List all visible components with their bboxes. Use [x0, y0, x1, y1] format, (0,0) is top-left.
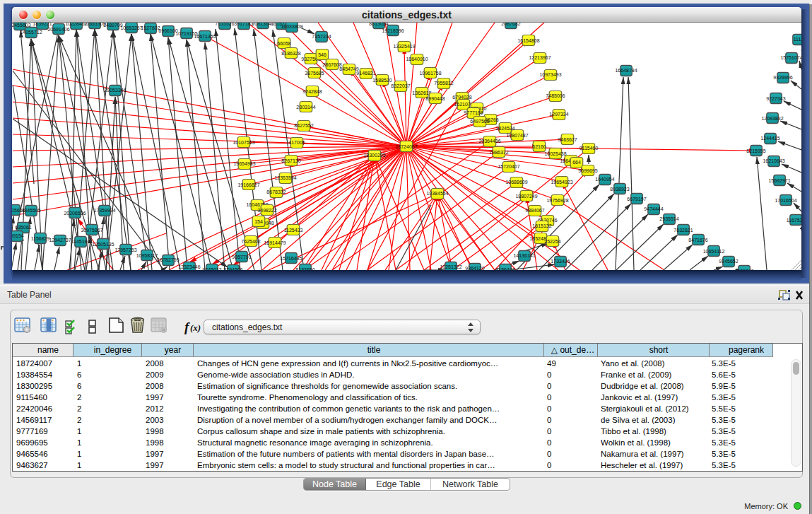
svg-text:10654112: 10654112: [703, 249, 725, 254]
svg-text:16782759: 16782759: [157, 257, 179, 262]
svg-text:9463627: 9463627: [558, 137, 577, 142]
svg-text:7485006: 7485006: [546, 93, 565, 98]
svg-text:10107553: 10107553: [233, 140, 254, 145]
svg-text:14055712: 14055712: [20, 30, 42, 35]
svg-text:10961758: 10961758: [419, 71, 441, 76]
svg-text:6679197: 6679197: [627, 197, 646, 201]
svg-text:10653309: 10653309: [83, 23, 105, 26]
svg-text:1244415: 1244415: [760, 136, 779, 141]
svg-text:154: 154: [254, 219, 263, 224]
svg-text:(x): (x): [190, 322, 201, 333]
svg-text:10973493: 10973493: [539, 72, 561, 77]
svg-text:9345505: 9345505: [21, 208, 40, 213]
svg-text:19218596: 19218596: [382, 28, 404, 33]
svg-text:8215955: 8215955: [746, 148, 765, 153]
svg-text:3498222: 3498222: [257, 208, 276, 213]
svg-text:8427552: 8427552: [294, 123, 313, 128]
svg-text:14136141: 14136141: [513, 253, 535, 258]
svg-text:8938923: 8938923: [610, 187, 629, 192]
svg-text:17359934: 17359934: [93, 208, 115, 213]
svg-text:1080748: 1080748: [734, 269, 753, 270]
svg-text:6497568: 6497568: [470, 119, 489, 124]
svg-text:10807487: 10807487: [506, 133, 528, 138]
svg-text:3875685: 3875685: [305, 71, 324, 76]
svg-text:12323446: 12323446: [178, 264, 200, 269]
svg-text:9474444: 9474444: [644, 206, 663, 211]
svg-text:10251322: 10251322: [440, 264, 461, 269]
svg-text:9245012: 9245012: [202, 267, 221, 270]
svg-text:1167533: 1167533: [787, 218, 801, 223]
svg-text:7515526: 7515526: [215, 23, 234, 26]
svg-text:8990448: 8990448: [425, 96, 445, 101]
svg-text:8186328: 8186328: [281, 51, 300, 56]
svg-text:10958117: 10958117: [136, 253, 158, 258]
svg-text:20206536: 20206536: [64, 211, 86, 216]
svg-text:16914479: 16914479: [264, 240, 286, 245]
svg-text:19384554: 19384554: [426, 191, 448, 196]
svg-text:1112: 1112: [794, 37, 801, 42]
svg-text:1297334: 1297334: [549, 112, 568, 117]
svg-text:20691406: 20691406: [47, 27, 69, 32]
svg-text:30975867: 30975867: [81, 228, 102, 233]
svg-text:9227343: 9227343: [766, 96, 785, 101]
svg-text:16648784: 16648784: [615, 68, 637, 73]
svg-text:2803144: 2803144: [296, 105, 315, 110]
svg-text:15751074: 15751074: [780, 55, 801, 60]
svg-text:7955812: 7955812: [434, 81, 453, 86]
svg-text:1125433: 1125433: [284, 228, 303, 233]
svg-text:9364120: 9364120: [465, 266, 484, 270]
svg-text:20364436: 20364436: [478, 139, 500, 144]
svg-text:9777169: 9777169: [464, 110, 483, 115]
svg-text:17957253: 17957253: [114, 247, 136, 252]
svg-text:19756928: 19756928: [546, 198, 568, 203]
svg-text:1640954: 1640954: [595, 177, 614, 182]
svg-text:7625402: 7625402: [241, 239, 260, 244]
svg-text:1733426: 1733426: [551, 259, 570, 264]
svg-text:417006: 417006: [288, 140, 305, 145]
svg-text:12093832: 12093832: [761, 116, 783, 121]
svg-text:12942737: 12942737: [49, 238, 71, 243]
svg-text:9884067: 9884067: [525, 208, 544, 213]
svg-text:1527602: 1527602: [141, 25, 160, 30]
svg-text:7357234: 7357234: [312, 34, 331, 39]
svg-text:15716485: 15716485: [280, 256, 302, 261]
svg-text:16154808: 16154808: [517, 38, 539, 43]
svg-text:10025438: 10025438: [544, 151, 566, 156]
svg-text:15692971: 15692971: [768, 178, 790, 183]
svg-text:62160: 62160: [532, 144, 546, 149]
svg-text:2087682: 2087682: [501, 23, 520, 26]
svg-text:16033809: 16033809: [281, 24, 302, 29]
svg-text:9146821: 9146821: [356, 71, 375, 76]
svg-text:19654923: 19654923: [551, 180, 572, 185]
svg-text:1839221: 1839221: [33, 23, 52, 26]
svg-text:252254: 252254: [544, 239, 560, 244]
svg-text:9242848: 9242848: [302, 89, 322, 94]
svg-text:66058: 66058: [277, 41, 291, 46]
svg-text:7986372: 7986372: [489, 150, 508, 155]
svg-text:8813054: 8813054: [369, 23, 388, 26]
svg-text:15720407: 15720407: [498, 164, 519, 169]
svg-text:16671355: 16671355: [194, 34, 216, 39]
svg-text:8322037: 8322037: [391, 83, 410, 88]
svg-text:3917183: 3917183: [234, 23, 253, 26]
svg-text:17016504: 17016504: [775, 198, 796, 203]
svg-text:16210643: 16210643: [763, 158, 784, 163]
svg-text:12213967: 12213967: [529, 55, 551, 60]
svg-text:29053346: 29053346: [104, 88, 126, 93]
svg-text:9857791: 9857791: [232, 255, 251, 259]
svg-text:8678332: 8678332: [266, 189, 286, 194]
svg-text:8794506: 8794506: [223, 267, 242, 270]
svg-text:1145194: 1145194: [71, 239, 90, 244]
svg-text:18724007: 18724007: [395, 144, 417, 149]
svg-text:664: 664: [572, 160, 581, 165]
svg-text:9699695: 9699695: [578, 168, 597, 173]
svg-text:18640910: 18640910: [406, 57, 428, 62]
svg-text:18300295: 18300295: [363, 153, 385, 158]
svg-text:8267130: 8267130: [281, 158, 300, 163]
svg-text:9329996: 9329996: [773, 75, 792, 80]
svg-text:12505135: 12505135: [92, 242, 114, 247]
svg-text:13325419: 13325419: [393, 44, 415, 49]
svg-text:f: f: [184, 320, 190, 334]
svg-text:12353594: 12353594: [274, 175, 296, 180]
svg-text:8471676: 8471676: [688, 238, 707, 243]
